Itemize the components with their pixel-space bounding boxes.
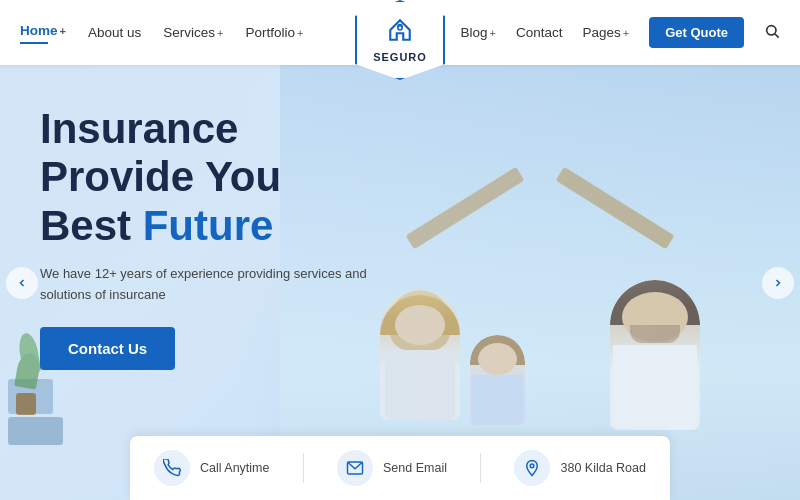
person-woman [380,290,460,420]
nav-right: Blog+ Contact Pages+ Get Quote [460,17,780,48]
nav-item-services[interactable]: Services+ [163,25,223,40]
call-icon [154,450,190,486]
nav-item-blog[interactable]: Blog+ [460,25,495,40]
nav-item-home[interactable]: Home+ [20,21,66,44]
person-man [610,280,700,430]
hero-title: Insurance Provide You Best Future [40,105,380,250]
person-child [470,335,525,425]
prev-slide-button[interactable] [6,267,38,299]
nav-item-about[interactable]: About us [88,25,141,40]
next-slide-button[interactable] [762,267,794,299]
navbar: Home+ About us Services+ Portfolio+ SEGU… [0,0,800,65]
search-icon[interactable] [764,23,780,42]
hero-content: Insurance Provide You Best Future We hav… [40,105,380,370]
info-divider-1 [303,453,304,483]
address-label: 380 Kilda Road [560,461,645,475]
info-item-call: Call Anytime [154,450,269,486]
email-icon [337,450,373,486]
call-label: Call Anytime [200,461,269,475]
svg-point-4 [531,464,535,468]
hero-subtitle: We have 12+ years of experience providin… [40,264,380,306]
get-quote-button[interactable]: Get Quote [649,17,744,48]
info-item-email: Send Email [337,450,447,486]
hero-section: Insurance Provide You Best Future We hav… [0,65,800,500]
logo-text: SEGURO [373,51,427,63]
email-label: Send Email [383,461,447,475]
logo-icon [387,17,413,49]
nav-left: Home+ About us Services+ Portfolio+ [20,21,303,44]
info-item-address: 380 Kilda Road [514,450,645,486]
svg-line-2 [775,34,779,38]
nav-item-contact[interactable]: Contact [516,25,563,40]
contact-us-button[interactable]: Contact Us [40,327,175,370]
info-divider-2 [480,453,481,483]
logo[interactable]: SEGURO [355,0,445,80]
location-icon [514,450,550,486]
nav-item-pages[interactable]: Pages+ [582,25,629,40]
info-bar: Call Anytime Send Email 380 Kilda Road [130,436,670,500]
decoration-plant [12,333,39,415]
svg-point-1 [767,26,776,35]
nav-item-portfolio[interactable]: Portfolio+ [245,25,303,40]
